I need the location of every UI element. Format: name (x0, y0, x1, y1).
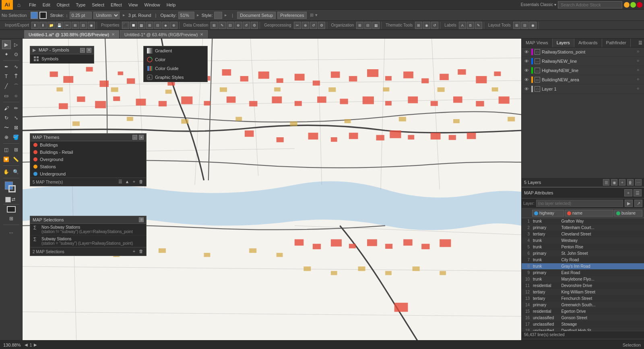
color-menu-item[interactable]: Color (144, 55, 207, 64)
layer-row-layer1[interactable]: 👁 □ Layer 1 ○ (522, 85, 644, 94)
layers-options-btn[interactable]: ⋯ (635, 179, 642, 186)
magic-wand-tool[interactable]: ✦ (2, 50, 11, 59)
swap-colors-btn[interactable]: ⇄ (12, 197, 17, 202)
menu-select[interactable]: Select (89, 2, 107, 8)
lt2-btn[interactable]: ⊟ (521, 22, 528, 29)
tool4[interactable]: ⊞ (72, 22, 79, 29)
attr-row[interactable]: 11 residential Devonshire Drive (522, 283, 644, 289)
attr-row[interactable]: 16 unclassified Gonson Street (522, 315, 644, 321)
attr-add-row-btn[interactable]: + (624, 189, 632, 196)
more-tools[interactable]: ··· (7, 228, 16, 237)
lbl2-btn[interactable]: B (467, 22, 474, 29)
layer-visibility-building-new-area[interactable]: 👁 (523, 76, 530, 83)
prop6-btn[interactable]: ◈ (162, 22, 169, 29)
touch-type-tool[interactable]: T̃ (12, 72, 21, 81)
tt3-btn[interactable]: ↺ (431, 22, 438, 29)
selection-tool[interactable]: ▶ (2, 40, 11, 49)
stroke-width-input[interactable] (70, 12, 92, 19)
screen-mode[interactable]: ⊞ (7, 214, 16, 223)
tab-2[interactable]: Untitled-1* @ 63.48% (RGB/Preview) ✕ (120, 30, 208, 38)
lbl3-btn[interactable]: ✎ (475, 22, 482, 29)
maximize-button[interactable] (630, 2, 636, 8)
dc1-btn[interactable]: ⊞ (211, 22, 218, 29)
attr-row[interactable]: 10 trunk Marylebone Flyo... (522, 276, 644, 283)
map-themes-minimize[interactable]: – (132, 135, 137, 140)
shape-builder-tool[interactable]: ⊕ (2, 133, 11, 142)
arc-tool[interactable]: ⌒ (12, 82, 21, 91)
gp1-btn[interactable]: ✂ (294, 22, 301, 29)
themes-del-btn[interactable]: 🗑 (138, 179, 144, 185)
dc4-btn[interactable]: ⊕ (235, 22, 242, 29)
layer-search-input[interactable] (536, 200, 623, 207)
pen-tool[interactable]: ✒ (2, 62, 11, 71)
layer-row-building-new-area[interactable]: 👁 ▭ BuildingNEW_area ○ (522, 75, 644, 85)
theme-buildings-retail[interactable]: Buildings - Retail (30, 149, 146, 156)
prop7-btn[interactable]: ⊕ (170, 22, 178, 29)
preferences-button[interactable]: Preferences (277, 12, 307, 19)
scale-tool[interactable]: ⤡ (12, 114, 21, 122)
lt3-btn[interactable]: ◉ (529, 22, 537, 29)
attr-row[interactable]: 3 tertiary Cleveland Street (522, 231, 644, 237)
layer-row-highway-new-line[interactable]: 👁 — HighwayNEW_line ○ (522, 66, 644, 75)
menu-edit[interactable]: Edit (39, 2, 54, 8)
lt1-btn[interactable]: ⊞ (513, 22, 520, 29)
tab-artboards[interactable]: Artboards (574, 39, 602, 47)
color-guide-menu-item[interactable]: Color Guide (144, 64, 207, 73)
layer-row-railway-new-line[interactable]: 👁 — RailwayNEW_line ○ (522, 57, 644, 66)
theme-buildings[interactable]: Buildings (30, 141, 146, 149)
layers-make-selection-btn[interactable]: ◉ (611, 179, 617, 186)
tool3[interactable]: ✂ (64, 22, 71, 29)
menu-object[interactable]: Object (54, 2, 73, 8)
dc5-btn[interactable]: ↺ (243, 22, 250, 29)
menu-window[interactable]: Window (141, 2, 163, 8)
map-selections-options[interactable]: ☰ (139, 217, 144, 222)
tab-1-close[interactable]: ✕ (111, 32, 115, 37)
stroke-swatch[interactable] (39, 12, 47, 19)
stroke-color[interactable] (8, 185, 16, 192)
map-symbols-minimize[interactable]: – (80, 48, 85, 53)
default-colors-btn[interactable] (5, 197, 11, 202)
close-button[interactable] (637, 2, 642, 8)
import-btn[interactable]: ⬆ (31, 22, 39, 29)
layer-visibility-railway-point[interactable]: 👁 (523, 49, 530, 55)
menu-view[interactable]: View (125, 2, 141, 8)
attr-row[interactable]: 6 primary St. John Street (522, 250, 644, 257)
tt2-btn[interactable]: ◉ (423, 22, 430, 29)
measure-tool[interactable]: 📏 (12, 155, 21, 164)
layers-add-btn[interactable]: + (619, 179, 625, 186)
attr-row[interactable]: 2 primary Tottenham Court... (522, 225, 644, 231)
paintbrush-tool[interactable]: 🖌 (2, 104, 11, 113)
stroke-style-select[interactable]: Uniform (93, 12, 120, 19)
graphic-styles-menu-item[interactable]: A Graphic Styles (144, 73, 207, 82)
direct-selection-tool[interactable]: ▷ (12, 40, 21, 49)
prop1-btn[interactable]: ⬛ (122, 22, 129, 29)
attr-row[interactable]: 18 unclassified Deptford High St... (522, 328, 644, 331)
name-col-header[interactable]: name (565, 210, 613, 217)
org1-btn[interactable]: ⊞ (356, 22, 363, 29)
minimize-button[interactable] (624, 2, 630, 8)
selection-non-subway[interactable]: Σ Non-Subway Stations (station != "subwa… (30, 224, 146, 235)
hand-tool[interactable]: ✋ (2, 167, 11, 176)
layer-lock-building-new-area[interactable]: ○ (637, 77, 642, 83)
attr-row[interactable]: 9 primary East Road (522, 270, 644, 276)
theme-underground[interactable]: Underground (30, 170, 146, 178)
tool5[interactable]: ⊟ (80, 22, 87, 29)
menu-file[interactable]: File (26, 2, 39, 8)
opacity-input[interactable] (178, 12, 194, 19)
home-icon[interactable]: ⌂ (14, 0, 23, 9)
menu-type[interactable]: Type (73, 2, 89, 8)
attr-row[interactable]: 8 trunk Gray's Inn Road (522, 263, 644, 270)
themes-list-btn[interactable]: ☰ (118, 179, 123, 185)
layer-visibility-highway-new-line[interactable]: 👁 (523, 67, 530, 74)
line-segment-tool[interactable]: ╱ (2, 82, 11, 91)
attr-row[interactable]: 14 primary Greenwich South... (522, 302, 644, 308)
gp2-btn[interactable]: ⊕ (302, 22, 309, 29)
sel-add-btn[interactable]: + (131, 249, 137, 254)
warp-tool[interactable]: 〜 (2, 123, 11, 132)
lasso-tool[interactable]: ⊙ (12, 50, 21, 59)
tab-2-close[interactable]: ✕ (200, 32, 203, 37)
free-transform-tool[interactable]: ⊠ (12, 123, 21, 132)
rectangle-tool[interactable]: ▭ (2, 91, 11, 100)
highway-col-header[interactable]: highway (532, 210, 564, 217)
prop3-btn[interactable]: ▦ (138, 22, 145, 29)
